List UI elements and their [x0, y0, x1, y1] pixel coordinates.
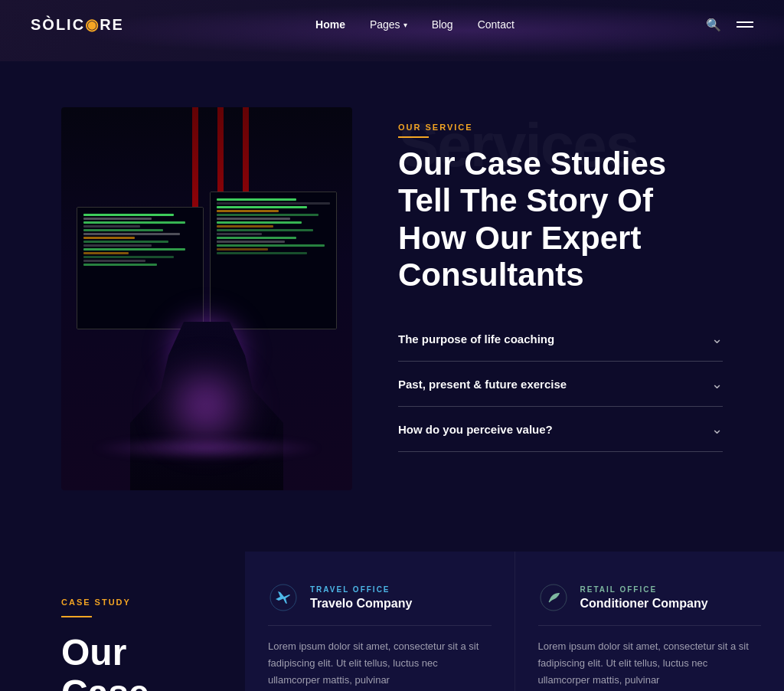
case-study-label: CASE STUDY [61, 598, 214, 607]
accordion-header-2[interactable]: Past, present & future exercise ⌄ [398, 362, 723, 406]
case-study-title: Our Case Study [61, 633, 214, 691]
case-study-label-underline [61, 616, 92, 617]
case-study-left: CASE STUDY Our Case Study [0, 552, 245, 691]
section-title-wrapper: Services OUR SERVICE Our Case Studies Te… [398, 123, 723, 293]
retail-office-name: Conditioner Company [580, 597, 708, 611]
accordion-title-3: How do you perceive value? [398, 423, 553, 436]
accordion-item-3: How do you perceive value? ⌄ [398, 407, 723, 452]
search-icon[interactable]: 🔍 [706, 18, 721, 32]
chevron-down-icon-1: ⌄ [711, 330, 723, 347]
nav-link-blog[interactable]: Blog [432, 18, 453, 31]
accordion-header-1[interactable]: The purpose of life coaching ⌄ [398, 316, 723, 361]
travel-office-info: TRAVEL OFFICE Travelo Company [310, 585, 412, 611]
nav-item-home[interactable]: Home [315, 18, 345, 31]
logo[interactable]: SÒLIC◉RE [31, 15, 124, 34]
accordion-title-1: The purpose of life coaching [398, 332, 554, 346]
monitor-screens [77, 169, 337, 329]
nav-item-contact[interactable]: Contact [478, 18, 514, 31]
retail-office-info: RETAIL OFFICE Conditioner Company [580, 585, 708, 611]
chevron-down-icon-2: ⌄ [711, 375, 723, 392]
accordion-item-2: Past, present & future exercise ⌄ [398, 362, 723, 407]
hero-image-partial: SÒLIC◉RE Home Pages ▾ Blog Contact 🔍 [0, 0, 784, 61]
service-label: OUR SERVICE [398, 123, 723, 138]
retail-office-header: RETAIL OFFICE Conditioner Company [538, 582, 762, 613]
retail-office-card: RETAIL OFFICE Conditioner Company Lorem … [514, 552, 785, 691]
services-image [61, 107, 352, 490]
accordion-title-2: Past, present & future exercise [398, 378, 567, 391]
retail-office-description: Lorem ipsum dolor sit amet, consectetur … [538, 638, 762, 689]
accordion-header-3[interactable]: How do you perceive value? ⌄ [398, 407, 723, 451]
travel-office-card: TRAVEL OFFICE Travelo Company Lorem ipsu… [245, 552, 514, 691]
navigation: SÒLIC◉RE Home Pages ▾ Blog Contact 🔍 [0, 0, 784, 49]
nav-link-contact[interactable]: Contact [478, 18, 514, 31]
nav-item-blog[interactable]: Blog [432, 18, 453, 31]
chevron-down-icon: ▾ [403, 21, 407, 29]
bottom-section: CASE STUDY Our Case Study TRAVEL OFFICE … [0, 552, 784, 691]
travel-office-name: Travelo Company [310, 597, 412, 611]
nav-link-pages[interactable]: Pages ▾ [370, 18, 407, 31]
logo-text: SÒLIC◉RE [31, 15, 124, 34]
office-cards: TRAVEL OFFICE Travelo Company Lorem ipsu… [245, 552, 784, 691]
accordion-item-1: The purpose of life coaching ⌄ [398, 316, 723, 362]
plane-icon [268, 582, 299, 613]
leaf-icon [538, 582, 569, 613]
purple-glow [149, 368, 263, 444]
nav-link-home[interactable]: Home [315, 18, 345, 31]
services-section: Services OUR SERVICE Our Case Studies Te… [0, 61, 784, 552]
chevron-down-icon-3: ⌄ [711, 421, 723, 437]
nav-item-pages[interactable]: Pages ▾ [370, 18, 407, 31]
retail-office-divider [538, 625, 762, 626]
nav-right: 🔍 [706, 18, 753, 32]
section-title: Our Case Studies Tell The Story Of How O… [398, 146, 723, 293]
travel-office-divider [268, 625, 492, 626]
travel-office-type: TRAVEL OFFICE [310, 585, 412, 594]
menu-icon[interactable] [737, 21, 753, 28]
nav-links: Home Pages ▾ Blog Contact [315, 18, 514, 31]
retail-office-type: RETAIL OFFICE [580, 585, 708, 594]
hacker-scene [61, 107, 352, 490]
travel-office-header: TRAVEL OFFICE Travelo Company [268, 582, 492, 613]
services-content: Services OUR SERVICE Our Case Studies Te… [398, 107, 723, 452]
travel-office-description: Lorem ipsum dolor sit amet, consectetur … [268, 638, 492, 689]
accordion: The purpose of life coaching ⌄ Past, pre… [398, 316, 723, 452]
